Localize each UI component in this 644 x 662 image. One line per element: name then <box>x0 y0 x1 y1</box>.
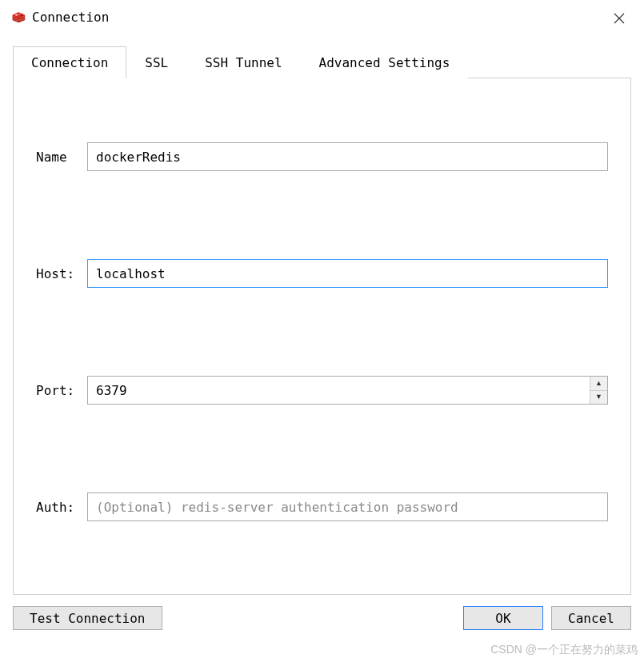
tab-panel-connection: Name Host: Port: ▲ ▼ Auth: <box>13 78 631 595</box>
form-row-port: Port: ▲ ▼ <box>36 376 608 405</box>
tabs: Connection SSL SSH Tunnel Advanced Setti… <box>13 46 631 78</box>
redis-icon <box>11 10 26 24</box>
tab-ssl[interactable]: SSL <box>126 46 186 78</box>
tab-ssh-tunnel[interactable]: SSH Tunnel <box>186 46 300 78</box>
svg-point-0 <box>15 14 18 16</box>
port-spinner: ▲ ▼ <box>87 376 608 405</box>
port-label: Port: <box>36 383 84 398</box>
form-row-host: Host: <box>36 259 608 288</box>
auth-label: Auth: <box>36 500 84 515</box>
watermark: CSDN @一个正在努力的菜鸡 <box>490 643 638 657</box>
tab-connection[interactable]: Connection <box>13 46 126 78</box>
port-up-button[interactable]: ▲ <box>590 377 607 391</box>
titlebar: Connection <box>0 0 644 34</box>
form-row-name: Name <box>36 142 608 171</box>
name-input[interactable] <box>87 142 608 171</box>
window-title: Connection <box>32 10 109 25</box>
ok-button[interactable]: OK <box>463 606 543 630</box>
port-down-button[interactable]: ▼ <box>590 391 607 405</box>
auth-input[interactable] <box>87 493 608 521</box>
port-input[interactable] <box>88 377 590 404</box>
cancel-button[interactable]: Cancel <box>551 606 631 630</box>
host-label: Host: <box>36 266 84 281</box>
host-input[interactable] <box>87 259 608 288</box>
tab-advanced-settings[interactable]: Advanced Settings <box>301 46 469 78</box>
close-icon[interactable] <box>607 8 631 31</box>
form-row-auth: Auth: <box>36 493 608 521</box>
name-label: Name <box>36 150 84 165</box>
test-connection-button[interactable]: Test Connection <box>13 606 162 630</box>
button-bar: Test Connection OK Cancel <box>0 595 644 641</box>
